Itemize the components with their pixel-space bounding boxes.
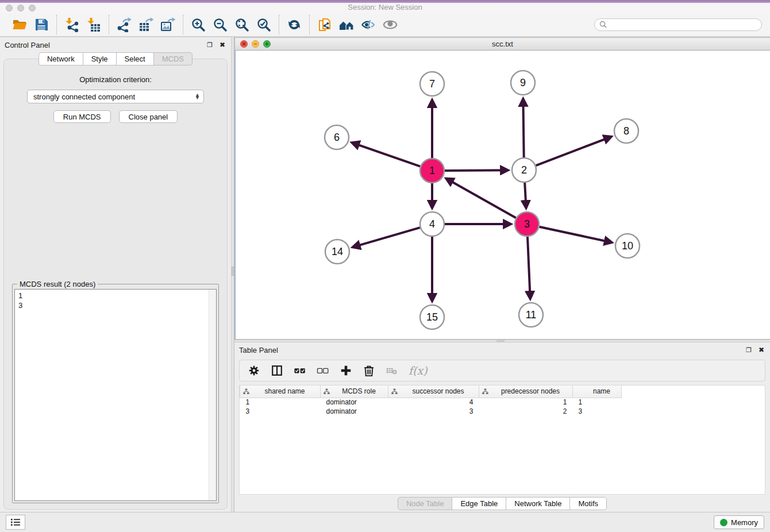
open-session-button[interactable] — [10, 16, 29, 34]
duplicate-network-button[interactable] — [315, 16, 334, 34]
graph-edge-4-14[interactable] — [353, 228, 420, 247]
tab-node-table[interactable]: Node Table — [398, 497, 453, 510]
float-panel-icon[interactable]: ❐ — [206, 41, 214, 49]
function-builder-button[interactable]: f(x) — [409, 363, 428, 378]
import-table-icon — [86, 17, 101, 32]
column-header-MCDS-role[interactable]: MCDS role — [321, 385, 388, 398]
tab-motifs[interactable]: Motifs — [570, 497, 607, 510]
first-neighbors-button[interactable] — [337, 16, 356, 34]
graph-node-2[interactable]: 2 — [512, 158, 536, 182]
zoom-selected-button[interactable] — [255, 16, 273, 34]
delete-columns-button[interactable] — [363, 363, 375, 378]
export-network-button[interactable] — [115, 16, 133, 34]
attribute-type-icon — [243, 388, 249, 395]
attribute-type-icon — [324, 388, 330, 395]
zoom-in-button[interactable] — [189, 16, 207, 34]
float-panel-icon[interactable]: ❐ — [745, 346, 753, 354]
tab-network-table[interactable]: Network Table — [506, 497, 570, 510]
tab-mcds[interactable]: MCDS — [154, 52, 192, 65]
column-header-shared-name[interactable]: shared name — [240, 385, 321, 398]
graph-edge-2-3[interactable] — [525, 183, 526, 207]
splitter-grip[interactable] — [496, 340, 505, 342]
eye-slash-icon — [361, 17, 376, 32]
graph-node-3[interactable]: 3 — [515, 212, 539, 236]
zoom-in-icon — [191, 17, 206, 32]
svg-text:4: 4 — [429, 218, 435, 230]
graph-node-1[interactable]: 1 — [420, 159, 444, 183]
tab-style[interactable]: Style — [83, 52, 117, 65]
vertical-splitter[interactable] — [231, 37, 234, 512]
column-header-successor-nodes[interactable]: successor nodes — [388, 385, 479, 398]
open-folder-icon — [12, 17, 27, 32]
graph-node-11[interactable]: 11 — [519, 303, 543, 327]
graph-node-7[interactable]: 7 — [420, 72, 444, 96]
optimization-criterion-select[interactable]: strongly connected component ▲▼ — [27, 90, 204, 103]
memory-button[interactable]: Memory — [714, 515, 764, 529]
result-scrollbar[interactable] — [209, 290, 216, 500]
close-panel-icon[interactable]: ✖ — [218, 41, 226, 49]
graph-edge-1-6[interactable] — [352, 143, 420, 167]
save-session-button[interactable] — [32, 16, 51, 34]
network-window-title: scc.txt — [235, 40, 770, 48]
import-network-button[interactable] — [63, 16, 81, 34]
export-table-button[interactable] — [137, 16, 155, 34]
splitter-grip[interactable] — [232, 267, 234, 276]
application-window: Session: New Session — [0, 0, 770, 532]
control-panel-title: Control Panel — [5, 41, 50, 49]
graph-node-4[interactable]: 4 — [420, 212, 444, 236]
graph-node-6[interactable]: 6 — [325, 125, 349, 149]
delete-table-button[interactable] — [386, 363, 398, 378]
tab-network[interactable]: Network — [38, 52, 83, 65]
graph-node-9[interactable]: 9 — [511, 71, 535, 95]
show-graphics-details-button[interactable] — [359, 16, 378, 34]
zoom-fit-button[interactable] — [233, 16, 251, 34]
table-row[interactable]: 3dominator323 — [240, 407, 622, 416]
graph-node-14[interactable]: 14 — [325, 240, 349, 264]
network-canvas[interactable]: 7968124314101511 — [235, 51, 770, 339]
houses-icon — [339, 17, 354, 32]
export-image-button[interactable] — [159, 16, 177, 34]
maximize-network-button[interactable]: + — [263, 40, 271, 48]
add-column-button[interactable] — [340, 363, 352, 378]
close-panel-button[interactable]: Close panel — [119, 110, 178, 123]
table-row[interactable]: 1dominator411 — [240, 398, 622, 407]
table-options-button[interactable] — [248, 363, 260, 378]
task-history-button[interactable] — [6, 515, 25, 530]
minimize-network-button[interactable]: − — [252, 40, 259, 48]
column-header-name[interactable]: name — [573, 385, 622, 398]
hide-graphics-details-button[interactable] — [381, 16, 399, 34]
graph-edge-3-11[interactable] — [528, 237, 530, 298]
close-network-button[interactable]: ✕ — [240, 40, 248, 48]
graph-node-10[interactable]: 10 — [615, 234, 640, 258]
column-header-predecessor-nodes[interactable]: predecessor nodes — [479, 385, 573, 398]
mcds-tab-content: Optimization criterion: strongly connect… — [3, 59, 228, 510]
graph-edge-3-1[interactable] — [446, 179, 516, 218]
graph-node-15[interactable]: 15 — [420, 305, 444, 329]
select-all-button[interactable] — [294, 363, 306, 378]
search-input[interactable] — [610, 21, 757, 29]
node-table-grid[interactable]: shared nameMCDS rolesuccessor nodesprede… — [240, 385, 622, 416]
graph-node-8[interactable]: 8 — [614, 119, 638, 143]
graph-edge-2-9[interactable] — [523, 99, 523, 157]
columns-icon — [271, 364, 283, 377]
unchecked-boxes-icon — [317, 364, 329, 377]
trash-icon — [363, 364, 375, 377]
search-field[interactable] — [594, 18, 762, 31]
column-visibility-button[interactable] — [271, 363, 283, 378]
import-table-button[interactable] — [84, 16, 103, 34]
main-toolbar — [0, 13, 770, 37]
refresh-view-button[interactable] — [285, 16, 303, 34]
tab-edge-table[interactable]: Edge Table — [452, 497, 506, 510]
close-panel-icon[interactable]: ✖ — [757, 346, 765, 354]
tab-select[interactable]: Select — [117, 52, 154, 65]
deselect-all-button[interactable] — [317, 363, 329, 378]
mcds-result-list: 1 3 — [15, 290, 209, 500]
graph-edge-1-2[interactable] — [445, 170, 507, 171]
zoom-out-button[interactable] — [211, 16, 229, 34]
search-icon — [599, 21, 607, 28]
graph-edge-2-8[interactable] — [536, 137, 611, 165]
run-mcds-button[interactable]: Run MCDS — [53, 110, 111, 123]
window-title: Session: New Session — [0, 3, 770, 11]
graph-edge-3-10[interactable] — [540, 227, 611, 242]
horizontal-splitter[interactable] — [234, 340, 770, 342]
